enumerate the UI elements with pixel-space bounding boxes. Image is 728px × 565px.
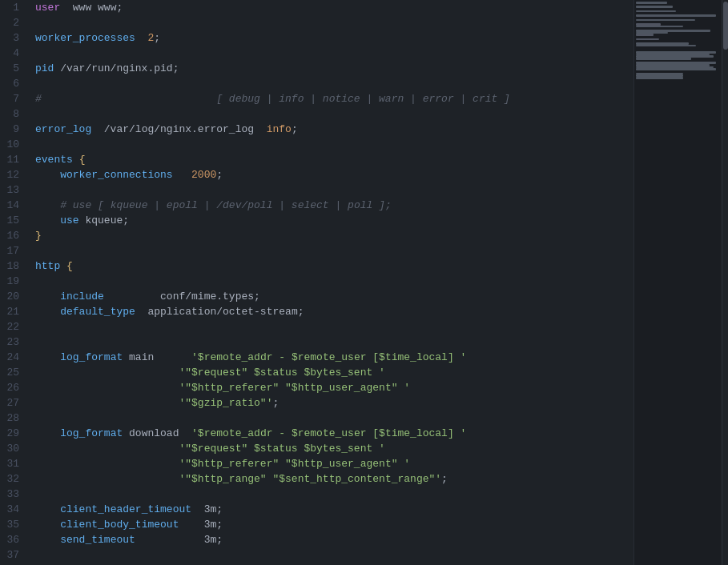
code-line-6 — [35, 76, 633, 91]
code-line-5: pid /var/run/nginx.pid; — [35, 61, 633, 76]
code-line-30: '"$request" $status $bytes_sent ' — [35, 441, 633, 456]
code-line-32: '"$http_range" "$sent_http_content_range… — [35, 471, 633, 487]
line-number-9: 9 — [6, 122, 19, 137]
line-number-24: 24 — [6, 350, 19, 365]
scrollbar-thumb[interactable] — [723, 2, 728, 50]
code-line-21: default_type application/octet-stream; — [35, 304, 633, 319]
code-line-17 — [35, 243, 633, 258]
code-line-4 — [35, 46, 633, 61]
code-line-31: '"$http_referer" "$http_user_agent" ' — [35, 456, 633, 471]
code-line-26: '"$http_referer" "$http_user_agent" ' — [35, 380, 633, 395]
code-line-27: '"$gzip_ratio"'; — [35, 395, 633, 411]
code-line-13 — [35, 182, 633, 198]
line-number-34: 34 — [6, 502, 19, 517]
code-line-15: use kqueue; — [35, 213, 633, 228]
line-number-7: 7 — [6, 91, 19, 106]
minimap-line-7 — [636, 14, 716, 17]
line-number-8: 8 — [6, 106, 19, 122]
line-number-32: 32 — [6, 471, 19, 487]
minimap-line-32 — [636, 68, 716, 70]
code-content[interactable]: user www www; worker_processes 2; pid /v… — [29, 0, 633, 565]
code-line-29: log_format download '$remote_addr - $rem… — [35, 426, 633, 441]
code-line-2 — [35, 15, 633, 30]
minimap-line-5 — [636, 10, 676, 13]
line-number-33: 33 — [6, 487, 19, 502]
editor-area: 1234567891011121314151617181920212223242… — [0, 0, 633, 565]
line-number-3: 3 — [6, 30, 19, 46]
line-number-13: 13 — [6, 182, 19, 198]
minimap-line-9 — [636, 19, 695, 22]
line-number-30: 30 — [6, 441, 19, 456]
code-line-23 — [35, 335, 633, 350]
code-line-19 — [35, 274, 633, 289]
code-container: 1234567891011121314151617181920212223242… — [0, 0, 633, 565]
minimap-line-27 — [636, 58, 691, 60]
line-number-35: 35 — [6, 517, 19, 532]
line-number-10: 10 — [6, 137, 19, 152]
code-line-37 — [35, 547, 633, 563]
line-number-18: 18 — [6, 258, 19, 274]
code-line-11: events { — [35, 152, 633, 167]
line-number-21: 21 — [6, 304, 19, 319]
line-number-28: 28 — [6, 411, 19, 426]
line-number-6: 6 — [6, 76, 19, 91]
minimap-line-16 — [636, 34, 654, 36]
minimap-line-36 — [636, 77, 683, 79]
line-number-12: 12 — [6, 167, 19, 182]
minimap-line-12 — [636, 26, 683, 28]
code-line-28 — [35, 411, 633, 426]
line-number-20: 20 — [6, 289, 19, 304]
code-line-10 — [35, 137, 633, 152]
code-line-25: '"$request" $status $bytes_sent ' — [35, 365, 633, 380]
line-number-19: 19 — [6, 274, 19, 289]
line-number-36: 36 — [6, 532, 19, 547]
line-number-4: 4 — [6, 46, 19, 61]
line-number-26: 26 — [6, 380, 19, 395]
code-line-35: client_body_timeout 3m; — [35, 517, 633, 532]
code-line-16: } — [35, 228, 633, 243]
minimap-line-21 — [636, 45, 696, 47]
minimap-content — [634, 0, 722, 82]
line-number-17: 17 — [6, 243, 19, 258]
minimap — [633, 0, 722, 565]
code-line-3: worker_processes 2; — [35, 30, 633, 46]
line-number-25: 25 — [6, 365, 19, 380]
line-number-16: 16 — [6, 228, 19, 243]
line-number-31: 31 — [6, 456, 19, 471]
code-line-14: # use [ kqueue | epoll | /dev/poll | sel… — [35, 198, 633, 213]
line-number-23: 23 — [6, 335, 19, 350]
code-line-1: user www www; — [35, 0, 633, 15]
code-line-34: client_header_timeout 3m; — [35, 502, 633, 517]
code-line-36: send_timeout 3m; — [35, 532, 633, 547]
code-line-33 — [35, 487, 633, 502]
code-line-12: worker_connections 2000; — [35, 167, 633, 182]
line-numbers: 1234567891011121314151617181920212223242… — [0, 0, 29, 565]
line-number-37: 37 — [6, 547, 19, 563]
line-number-27: 27 — [6, 395, 19, 411]
minimap-line-18 — [636, 38, 659, 41]
minimap-line-1 — [636, 2, 667, 4]
code-line-7: # [ debug | info | notice | warn | error… — [35, 91, 633, 106]
line-number-11: 11 — [6, 152, 19, 167]
code-line-8 — [35, 106, 633, 122]
line-number-14: 14 — [6, 198, 19, 213]
line-number-2: 2 — [6, 15, 19, 30]
code-line-9: error_log /var/log/nginx.error_log info; — [35, 122, 633, 137]
line-number-1: 1 — [6, 0, 19, 15]
line-number-5: 5 — [6, 61, 19, 76]
code-line-22 — [35, 319, 633, 335]
scrollbar[interactable] — [722, 0, 728, 565]
line-number-22: 22 — [6, 319, 19, 335]
minimap-line-3 — [636, 6, 673, 8]
line-number-15: 15 — [6, 213, 19, 228]
code-line-18: http { — [35, 258, 633, 274]
line-number-29: 29 — [6, 426, 19, 441]
code-line-24: log_format main '$remote_addr - $remote_… — [35, 350, 633, 365]
code-line-20: include conf/mime.types; — [35, 289, 633, 304]
